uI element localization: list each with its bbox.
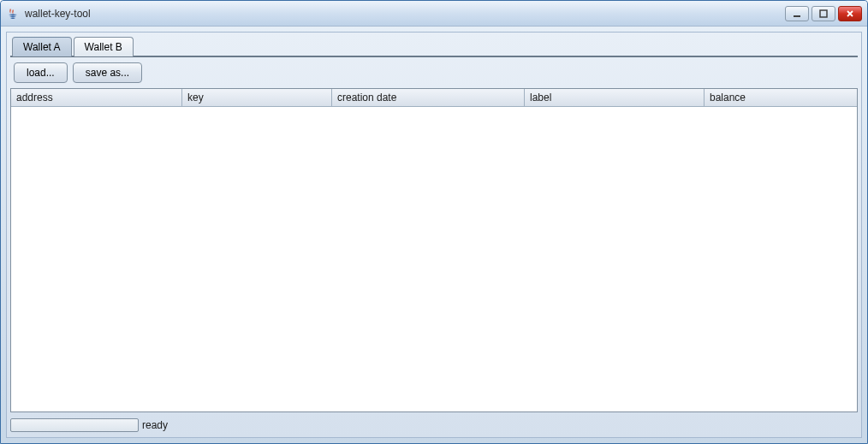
window-title: wallet-key-tool	[25, 8, 785, 20]
load-button[interactable]: load...	[14, 62, 68, 83]
minimize-button[interactable]	[785, 6, 809, 21]
window-controls	[785, 6, 862, 21]
table[interactable]: address key creation date label balance	[10, 88, 858, 412]
status-bar: ready	[10, 417, 858, 434]
java-icon	[6, 7, 20, 21]
table-body[interactable]	[11, 107, 857, 411]
toolbar: load... save as...	[10, 57, 858, 88]
maximize-button[interactable]	[812, 6, 835, 21]
svg-rect-1	[820, 10, 827, 17]
tab-wallet-a[interactable]: Wallet A	[12, 37, 72, 56]
column-header-creation-date[interactable]: creation date	[332, 89, 525, 106]
table-header: address key creation date label balance	[11, 89, 857, 107]
content-area: Wallet A Wallet B load... save as... add…	[6, 32, 862, 438]
title-bar[interactable]: wallet-key-tool	[1, 1, 867, 27]
close-button[interactable]	[838, 6, 862, 21]
column-header-balance[interactable]: balance	[705, 89, 857, 106]
save-as-button[interactable]: save as...	[73, 62, 142, 83]
column-header-key[interactable]: key	[182, 89, 332, 106]
progress-bar	[10, 418, 139, 432]
column-header-address[interactable]: address	[11, 89, 182, 106]
status-text: ready	[142, 419, 168, 431]
column-header-label[interactable]: label	[525, 89, 705, 106]
tabs-row: Wallet A Wallet B	[10, 36, 858, 57]
tab-wallet-b[interactable]: Wallet B	[74, 37, 134, 56]
svg-rect-0	[794, 15, 800, 17]
window-frame: wallet-key-tool Wallet A Wallet B load..…	[0, 0, 868, 444]
